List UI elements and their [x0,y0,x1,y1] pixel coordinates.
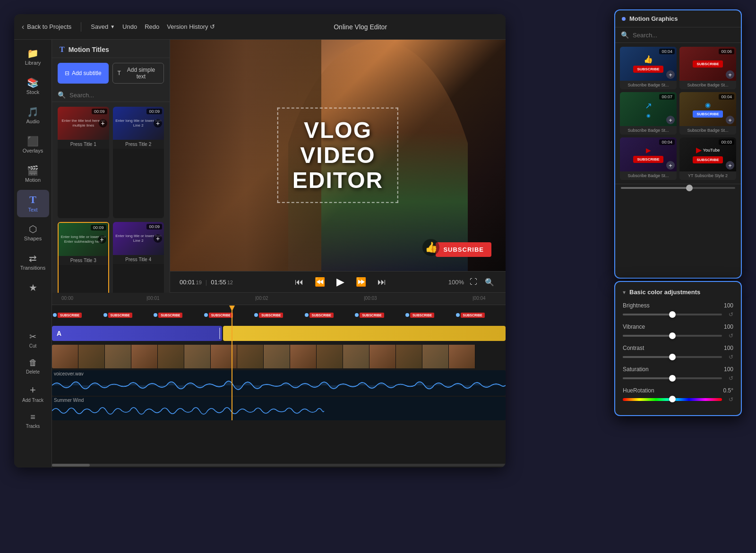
mg-dot-4 [204,313,208,317]
redo-button[interactable]: Redo [145,23,159,30]
zoom-in-button[interactable]: 🔍 [483,276,496,289]
time-badge-press4: 00:09 [146,224,162,230]
saturation-thumb[interactable] [669,375,676,382]
brightness-slider[interactable] [623,314,722,315]
mg-slider-container [615,184,741,192]
saturation-value: 100 [724,366,733,373]
mg-card-sub2[interactable]: SUBSCRIBE 00:06 + Subscribe Badge St... [679,47,736,89]
mg-add-btn-sub1[interactable]: + [666,70,675,79]
vibrance-reset[interactable]: ↺ [729,332,733,339]
mg-card-sub4[interactable]: ◉ SUBSCRIBE 00:04 + Subscribe Badge St..… [679,92,736,135]
back-arrow-icon: ‹ [22,23,24,31]
version-history-button[interactable]: Version History ↺ [167,23,215,30]
contrast-slider[interactable] [623,356,722,358]
hue-rotation-row: HueRotation 0.5° ↺ [623,387,733,403]
add-track-tool[interactable]: + Add Track [17,380,49,407]
hue-rotation-reset[interactable]: ↺ [729,396,733,403]
time-badge-press2: 00:09 [146,109,162,114]
undo-button[interactable]: Undo [122,23,137,30]
mg-add-btn-sub3[interactable]: + [666,116,675,124]
add-subtitle-button[interactable]: ⊟ Add subtitle [58,63,109,84]
add-btn-press3[interactable]: + [98,235,106,244]
add-btn-press2[interactable]: + [154,119,162,128]
add-btn-press1[interactable]: + [99,119,107,128]
current-frames: 19 [196,280,202,285]
panel-search-input[interactable] [69,92,164,99]
brightness-thumb[interactable] [669,311,676,318]
delete-tool[interactable]: 🗑 Delete [17,354,49,378]
sidebar-item-overlays[interactable]: ⬛ Overlays [17,131,49,159]
hue-rotation-slider[interactable] [623,398,722,401]
fullscreen-button[interactable]: ⛶ [468,276,479,288]
timeline-area: 00:00 |00:01 |00:02 |00:03 |00:04 SUBSCR… [52,293,506,468]
zoom-controls: 100% ⛶ 🔍 [448,276,496,289]
hue-rotation-thumb[interactable] [669,396,676,402]
mg-stamp-8: SUBSCRIBE [410,313,434,318]
video-strip[interactable] [52,345,506,368]
hue-rotation-value: 0.5° [723,387,733,394]
mg-time-sub2: 00:06 [719,49,734,54]
saved-button[interactable]: Saved ▼ [91,23,115,30]
sidebar-label-library: Library [25,60,41,66]
mg-add-btn-sub4[interactable]: + [726,116,734,124]
title-card-thumb-press2: Enter long title or lower thin Line 2 00… [113,107,164,140]
mg-thumb-sub2: SUBSCRIBE 00:06 + [679,47,736,81]
mg-time-sub3: 00:07 [659,94,675,100]
sidebar-item-stock[interactable]: 📚 Stock [17,73,49,100]
timeline-scrollbar[interactable] [52,464,506,467]
title-card-press1[interactable]: Enter the title text here on multiple li… [58,107,109,218]
cut-tool[interactable]: ✂ Cut [17,328,49,352]
playhead[interactable] [232,307,232,420]
subtitle-clip-handle[interactable] [219,328,220,339]
mg-stamp-5: SUBSCRIBE [259,313,283,318]
vf16 [449,345,475,368]
vibrance-label: Vibrance [623,323,645,330]
mg-add-btn-sub2[interactable]: + [726,70,734,79]
skip-to-start-button[interactable]: ⏮ [293,275,305,289]
mg-dot-2 [103,313,107,317]
play-pause-button[interactable]: ▶ [335,274,346,290]
mg-slider-thumb[interactable] [686,185,693,191]
vibrance-slider[interactable] [623,335,722,337]
mg-thumb-sub4: ◉ SUBSCRIBE 00:04 + [679,92,736,126]
sidebar-item-motion[interactable]: 🎬 Motion [17,161,49,188]
mg-card-yt1[interactable]: ▶ YouTube SUBSCRIBE 00:03 + YT Subscribe… [679,137,736,180]
back-to-projects-button[interactable]: ‹ Back to Projects [22,23,71,31]
mg-card-sub5[interactable]: ▶ SUBSCRIBE 00:04 + Subscribe Badge St..… [620,137,677,180]
tracks-tool[interactable]: ≡ Tracks [17,408,49,433]
sub-btn-sub1: SUBSCRIBE [633,66,663,73]
rewind-button[interactable]: ⏪ [313,275,327,289]
collapse-icon[interactable]: ▾ [623,289,626,296]
brightness-reset[interactable]: ↺ [729,311,733,318]
sidebar-item-audio[interactable]: 🎵 Audio [17,102,49,129]
subtitle-clip-1[interactable]: A [52,326,222,341]
like-icon-sub1: 👍 [644,55,653,64]
skip-to-end-button[interactable]: ⏭ [376,275,388,289]
motion-icon: 🎬 [27,166,39,175]
sidebar-item-shapes[interactable]: ⬡ Shapes [17,219,49,247]
mg-thumb-sub3: ↗ ◉ 00:07 + [620,92,677,126]
mg-card-sub1[interactable]: 👍 SUBSCRIBE 00:04 + Subscribe Badge St..… [620,47,677,89]
contrast-fill [623,356,672,358]
scrollbar-thumb[interactable] [52,464,90,467]
add-simple-text-button[interactable]: T Add simple text [112,63,164,84]
mg-search-input[interactable] [633,32,735,39]
mg-add-btn-yt1[interactable]: + [726,161,734,170]
mg-add-btn-sub5[interactable]: + [666,161,675,170]
fast-forward-button[interactable]: ⏩ [354,275,368,289]
sidebar-item-transitions[interactable]: ⇄ Transitions [17,248,49,276]
vf7 [211,345,237,368]
sidebar-item-text[interactable]: T Text [17,190,49,217]
title-card-press2[interactable]: Enter long title or lower thin Line 2 00… [113,107,164,218]
tracks-icon: ≡ [30,412,35,422]
mg-slider-track[interactable] [621,187,735,189]
contrast-thumb[interactable] [669,354,676,360]
vibrance-thumb[interactable] [669,332,676,339]
saturation-reset[interactable]: ↺ [729,375,733,382]
mg-card-sub3[interactable]: ↗ ◉ 00:07 + Subscribe Badge St... [620,92,677,135]
panel-buttons: ⊟ Add subtitle T Add simple text [52,58,170,88]
saturation-slider[interactable] [623,377,722,379]
sidebar-item-library[interactable]: 📁 Library [17,43,49,71]
subtitle-clip-2[interactable] [223,326,506,341]
contrast-reset[interactable]: ↺ [729,354,733,360]
